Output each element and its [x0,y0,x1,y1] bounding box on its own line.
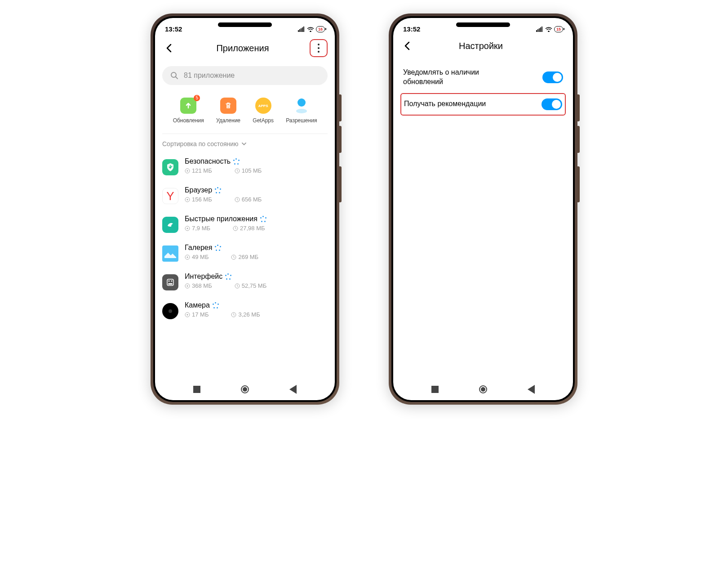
loading-icon [233,158,240,165]
app-icon: Y [162,188,178,204]
search-input[interactable]: 81 приложение [162,66,328,85]
app-row[interactable]: Безопасность 121 МБ 105 МБ [162,152,328,181]
loading-icon [213,302,219,308]
toggle-switch[interactable] [542,71,563,83]
svg-rect-36 [539,28,540,32]
nav-back[interactable] [528,385,535,394]
app-storage: 17 МБ [185,311,209,318]
signal-icon [536,27,543,32]
setting-row[interactable]: Уведомлять о наличии обновлений [400,62,566,93]
svg-rect-25 [168,283,173,285]
svg-rect-1 [299,29,300,32]
nav-bar [155,379,335,400]
power-button[interactable] [577,166,580,202]
kebab-icon [318,44,320,53]
nav-recents[interactable] [193,386,200,393]
svg-rect-34 [536,30,537,32]
app-name: Быстрые приложения [185,215,328,223]
loading-icon [215,187,221,193]
app-storage: 49 МБ [185,254,209,260]
svg-rect-37 [540,27,541,32]
setting-label: Уведомлять о наличии обновлений [403,68,515,87]
nav-recents[interactable] [431,386,439,393]
svg-point-10 [187,170,188,171]
app-icon [162,274,178,290]
quick-getapps[interactable]: APPS GetApps [253,98,274,124]
nav-home[interactable] [241,385,249,393]
app-storage: 7,9 МБ [185,225,210,232]
app-row[interactable]: Быстрые приложения 7,9 МБ 27,98 МБ [162,210,328,238]
getapps-icon: APPS [255,98,271,114]
app-storage: 368 МБ [185,282,212,289]
nav-back[interactable] [289,385,297,394]
svg-point-16 [187,228,188,229]
svg-rect-2 [301,28,302,32]
app-icon [162,159,178,175]
toggle-switch[interactable] [542,98,562,110]
more-menu-button[interactable] [310,39,328,57]
quick-permissions[interactable]: Разрешения [286,98,317,124]
svg-point-24 [171,281,173,282]
app-row[interactable]: YБраузер 156 МБ 656 МБ [162,181,328,210]
app-memory: 27,98 МБ [233,225,265,232]
app-row[interactable]: Камера 17 МБ 3,26 МБ [162,296,328,325]
app-memory: 3,26 МБ [231,311,260,318]
app-list: Безопасность 121 МБ 105 МБYБраузер 156 М… [155,152,335,379]
page-title: Настройки [414,41,548,51]
back-button[interactable] [162,41,176,55]
permissions-icon [293,98,310,114]
page-title: Приложения [176,43,310,54]
setting-label: Получать рекомендации [404,99,486,109]
chevron-left-icon [404,41,410,50]
volume-up-button[interactable] [339,94,342,121]
status-time: 13:52 [165,25,182,33]
notch [218,22,272,27]
back-button[interactable] [400,39,414,53]
volume-up-button[interactable] [577,94,580,121]
signal-icon [298,27,305,32]
app-name: Галерея [185,244,328,252]
nav-home[interactable] [479,385,487,393]
svg-point-13 [187,199,188,200]
app-storage: 156 МБ [185,196,212,203]
wifi-icon [307,27,314,32]
app-name: Интерфейс [185,272,328,281]
quick-delete[interactable]: Удаление [216,98,240,124]
svg-rect-38 [542,27,542,32]
volume-down-button[interactable] [577,126,580,153]
app-memory: 52,75 МБ [235,282,267,289]
chevron-down-icon [241,142,247,146]
app-memory: 105 МБ [235,167,262,174]
svg-rect-4 [303,27,304,32]
chevron-left-icon [166,44,172,53]
loading-icon [215,245,221,251]
sort-selector[interactable]: Сортировка по состоянию [155,134,335,152]
battery-indicator: 16 [316,26,325,32]
phone-right: 13:52 15 Настройки Уведомлять о наличии … [389,13,577,405]
update-icon: 5 [180,98,196,114]
phone-left: 13:52 16 Приложения 81 приложение [151,13,339,405]
app-row[interactable]: Галерея 49 МБ 269 МБ [162,238,328,267]
volume-down-button[interactable] [339,126,342,153]
svg-point-20 [187,256,188,258]
svg-point-23 [169,281,170,282]
search-placeholder: 81 приложение [184,71,235,80]
update-badge: 5 [194,95,200,101]
svg-point-32 [187,314,188,315]
header: Настройки [393,35,573,57]
app-name: Камера [185,301,328,309]
quick-updates[interactable]: 5 Обновления [173,98,204,124]
nav-bar [393,379,573,400]
app-icon [162,217,178,233]
svg-point-7 [297,98,306,107]
app-storage: 121 МБ [185,167,212,174]
svg-point-8 [296,109,307,113]
loading-icon [225,273,231,280]
svg-point-27 [187,285,188,286]
power-button[interactable] [339,166,342,202]
app-row[interactable]: Интерфейс 368 МБ 52,75 МБ [162,267,328,296]
loading-icon [260,216,266,222]
battery-indicator: 15 [554,26,563,32]
setting-row[interactable]: Получать рекомендации [400,93,566,116]
quick-actions-row: 5 Обновления Удаление APPS GetApps [162,89,328,134]
